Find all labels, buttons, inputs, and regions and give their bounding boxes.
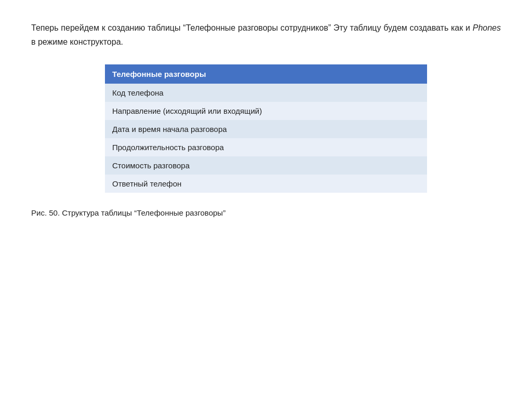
table-cell: Направление (исходящий или входящий) xyxy=(105,102,427,120)
page-container: Теперь перейдем к созданию таблицы “Теле… xyxy=(0,0,532,399)
table-cell: Ответный телефон xyxy=(105,175,427,193)
table-row: Дата и время начала разговора xyxy=(105,120,427,138)
table-row: Направление (исходящий или входящий) xyxy=(105,102,427,120)
table-row: Ответный телефон xyxy=(105,175,427,193)
table-cell: Продолжительность разговора xyxy=(105,138,427,156)
table-cell: Дата и время начала разговора xyxy=(105,120,427,138)
table-row: Стоимость разговора xyxy=(105,156,427,175)
intro-paragraph: Теперь перейдем к созданию таблицы “Теле… xyxy=(31,21,501,49)
structure-table: Телефонные разговоры Код телефонаНаправл… xyxy=(105,64,427,193)
table-row: Продолжительность разговора xyxy=(105,138,427,156)
table-header: Телефонные разговоры xyxy=(105,64,427,84)
figure-caption: Рис. 50. Структура таблицы “Телефонные р… xyxy=(31,208,501,217)
table-cell: Стоимость разговора xyxy=(105,156,427,175)
table-wrapper: Телефонные разговоры Код телефонаНаправл… xyxy=(105,64,427,193)
table-row: Код телефона xyxy=(105,84,427,102)
phones-word: Phones xyxy=(473,23,501,32)
table-cell: Код телефона xyxy=(105,84,427,102)
